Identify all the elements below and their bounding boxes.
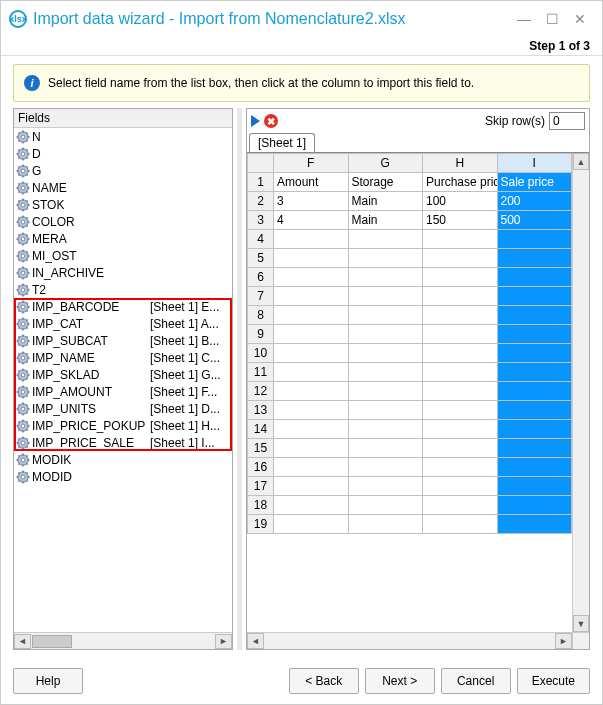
row-number[interactable]: 15 [248, 439, 274, 458]
cell[interactable] [348, 420, 423, 439]
row-number[interactable]: 12 [248, 382, 274, 401]
cell[interactable] [423, 382, 498, 401]
cell[interactable] [423, 439, 498, 458]
field-row[interactable]: IMP_BARCODE[Sheet 1] E... [14, 298, 232, 315]
cell[interactable] [423, 287, 498, 306]
fields-list[interactable]: NDGNAMESTOKCOLORMERAMI_OSTIN_ARCHIVET2IM… [14, 128, 232, 632]
sheet-hscrollbar[interactable]: ◄ ► [247, 632, 589, 649]
cell[interactable] [348, 458, 423, 477]
field-row[interactable]: MI_OST [14, 247, 232, 264]
row-number[interactable]: 6 [248, 268, 274, 287]
cell[interactable] [274, 477, 349, 496]
cell[interactable] [274, 249, 349, 268]
scroll-left-icon[interactable]: ◄ [247, 633, 264, 649]
cell[interactable] [497, 496, 572, 515]
row-number[interactable]: 14 [248, 420, 274, 439]
cell[interactable] [423, 496, 498, 515]
cell[interactable] [274, 230, 349, 249]
field-row[interactable]: NAME [14, 179, 232, 196]
cell[interactable] [274, 382, 349, 401]
fields-hscrollbar[interactable]: ◄ ► [14, 632, 232, 649]
cell[interactable] [423, 420, 498, 439]
scroll-right-icon[interactable]: ► [555, 633, 572, 649]
row-number[interactable]: 3 [248, 211, 274, 230]
cell[interactable] [274, 306, 349, 325]
spreadsheet-grid[interactable]: FGHI1AmountStoragePurchase priceSale pri… [247, 153, 572, 632]
field-row[interactable]: IMP_NAME[Sheet 1] C... [14, 349, 232, 366]
cell[interactable] [497, 344, 572, 363]
cell[interactable] [423, 515, 498, 534]
field-row[interactable]: D [14, 145, 232, 162]
cell[interactable] [497, 306, 572, 325]
back-button[interactable]: < Back [289, 668, 359, 694]
maximize-button[interactable]: ☐ [538, 11, 566, 27]
cell[interactable] [423, 458, 498, 477]
row-number[interactable]: 18 [248, 496, 274, 515]
cell[interactable] [423, 363, 498, 382]
sheet-vscrollbar[interactable]: ▲ ▼ [572, 153, 589, 632]
cell[interactable] [497, 325, 572, 344]
cell[interactable] [348, 363, 423, 382]
cell[interactable]: 150 [423, 211, 498, 230]
scroll-thumb[interactable] [32, 635, 72, 648]
field-row[interactable]: MERA [14, 230, 232, 247]
column-header[interactable]: G [348, 154, 423, 173]
cell[interactable]: Main [348, 211, 423, 230]
cell[interactable] [274, 268, 349, 287]
field-row[interactable]: MODID [14, 468, 232, 485]
cell[interactable] [348, 439, 423, 458]
row-number[interactable]: 17 [248, 477, 274, 496]
scroll-down-icon[interactable]: ▼ [573, 615, 589, 632]
field-row[interactable]: IMP_CAT[Sheet 1] A... [14, 315, 232, 332]
cell[interactable] [348, 401, 423, 420]
cell[interactable] [274, 401, 349, 420]
splitter[interactable] [237, 108, 242, 650]
cell[interactable] [348, 268, 423, 287]
cell[interactable] [274, 439, 349, 458]
scroll-right-icon[interactable]: ► [215, 634, 232, 649]
field-row[interactable]: IMP_SUBCAT[Sheet 1] B... [14, 332, 232, 349]
row-number[interactable]: 16 [248, 458, 274, 477]
cell[interactable] [497, 420, 572, 439]
cell[interactable] [274, 325, 349, 344]
cell[interactable] [423, 344, 498, 363]
field-row[interactable]: N [14, 128, 232, 145]
cell[interactable] [497, 458, 572, 477]
row-number[interactable]: 19 [248, 515, 274, 534]
cell[interactable] [348, 306, 423, 325]
cell[interactable] [348, 344, 423, 363]
play-icon[interactable] [251, 115, 260, 127]
row-number[interactable]: 10 [248, 344, 274, 363]
cell[interactable] [274, 363, 349, 382]
cell[interactable] [497, 230, 572, 249]
cell[interactable] [497, 401, 572, 420]
row-number[interactable]: 8 [248, 306, 274, 325]
cell[interactable] [423, 401, 498, 420]
close-button[interactable]: ✕ [566, 11, 594, 27]
field-row[interactable]: COLOR [14, 213, 232, 230]
cell[interactable] [423, 249, 498, 268]
field-row[interactable]: IMP_AMOUNT[Sheet 1] F... [14, 383, 232, 400]
cell[interactable]: 3 [274, 192, 349, 211]
cell[interactable] [348, 496, 423, 515]
cell[interactable] [497, 382, 572, 401]
cell[interactable] [274, 344, 349, 363]
row-number[interactable]: 1 [248, 173, 274, 192]
cell[interactable] [348, 230, 423, 249]
cell[interactable] [423, 477, 498, 496]
execute-button[interactable]: Execute [517, 668, 590, 694]
row-number[interactable]: 9 [248, 325, 274, 344]
cell[interactable] [423, 306, 498, 325]
field-row[interactable]: IMP_PRICE_POKUP[Sheet 1] H... [14, 417, 232, 434]
cell[interactable]: 200 [497, 192, 572, 211]
cell[interactable] [497, 268, 572, 287]
cell[interactable]: Sale price [497, 173, 572, 192]
minimize-button[interactable]: — [510, 11, 538, 27]
scroll-left-icon[interactable]: ◄ [14, 634, 31, 649]
column-header[interactable]: I [497, 154, 572, 173]
cell[interactable] [274, 496, 349, 515]
cell[interactable]: Storage [348, 173, 423, 192]
cell[interactable] [348, 382, 423, 401]
cell[interactable] [497, 287, 572, 306]
stop-icon[interactable]: ✖ [264, 114, 278, 128]
